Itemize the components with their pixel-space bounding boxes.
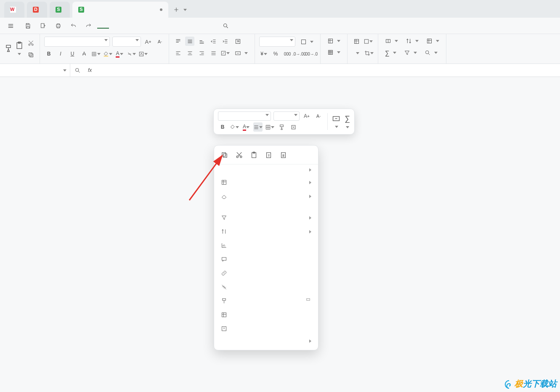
justify-icon[interactable]	[209, 48, 218, 58]
table-style-icon[interactable]	[352, 37, 361, 46]
ctx-hyperlink[interactable]	[214, 266, 318, 280]
mini-fill-icon[interactable]	[230, 122, 239, 132]
paste-button[interactable]	[15, 41, 24, 56]
menu-efficiency[interactable]	[203, 23, 215, 28]
zoom-search-icon[interactable]	[73, 66, 82, 75]
mini-font-color-icon[interactable]: A	[242, 122, 251, 132]
orientation-icon[interactable]	[220, 48, 230, 58]
mini-merge-button[interactable]	[332, 114, 340, 129]
export-icon[interactable]	[38, 21, 48, 30]
wrap-button[interactable]	[232, 37, 245, 46]
ctx-cut-icon[interactable]	[236, 151, 243, 160]
undo-icon[interactable]	[69, 21, 78, 30]
print-icon[interactable]	[53, 21, 63, 30]
indent-inc-icon[interactable]	[220, 37, 230, 46]
ctx-paste-text-icon[interactable]	[265, 151, 272, 160]
menu-view[interactable]	[168, 23, 180, 28]
font-size-select[interactable]	[112, 37, 141, 47]
ctx-cell-format[interactable]	[214, 308, 318, 322]
convert-button[interactable]	[298, 37, 316, 46]
menu-data[interactable]	[144, 23, 156, 28]
find-button[interactable]	[422, 48, 440, 57]
ctx-clear[interactable]	[214, 189, 318, 203]
fx-icon[interactable]: fx	[85, 67, 95, 73]
search-icon[interactable]	[221, 21, 230, 30]
ctx-filter[interactable]	[214, 211, 318, 225]
freeze-button[interactable]	[424, 37, 442, 45]
menu-tools[interactable]	[180, 23, 191, 28]
align-top-icon[interactable]	[173, 37, 183, 46]
ctx-table-beautify[interactable]	[214, 322, 318, 336]
fill-button[interactable]	[382, 37, 401, 45]
menu-insert[interactable]	[109, 23, 121, 28]
italic-icon[interactable]: I	[56, 49, 65, 58]
clear-format-icon[interactable]	[127, 49, 136, 58]
ctx-delete[interactable]	[214, 164, 318, 175]
ctx-copy-icon[interactable]	[221, 151, 228, 160]
align-center-icon[interactable]	[185, 48, 194, 58]
dec-inc-icon[interactable]: .0→.00	[295, 49, 304, 58]
sum-button[interactable]: ∑	[382, 48, 399, 58]
tab-template[interactable]: D	[27, 2, 47, 18]
mini-clear-icon[interactable]	[289, 122, 298, 132]
border-icon[interactable]	[91, 49, 101, 58]
decrease-font-icon[interactable]: A-	[155, 37, 165, 46]
ctx-remove-hyperlink[interactable]	[214, 280, 318, 294]
strike-icon[interactable]: A	[80, 49, 89, 58]
ctx-paste-special-icon[interactable]	[280, 151, 287, 160]
mini-dec-font-icon[interactable]: A-	[314, 111, 323, 121]
indent-dec-icon[interactable]	[209, 37, 218, 46]
sort-button[interactable]	[403, 37, 421, 45]
mini-font-size[interactable]	[273, 111, 300, 121]
ctx-insert[interactable]	[214, 175, 318, 189]
copy-icon[interactable]	[26, 50, 35, 59]
mini-format-painter-icon[interactable]	[277, 122, 286, 132]
increase-font-icon[interactable]: A+	[143, 37, 153, 46]
align-left-icon[interactable]	[173, 48, 183, 58]
align-bottom-icon[interactable]	[197, 37, 206, 46]
thousands-icon[interactable]: 000	[283, 49, 292, 58]
mini-inc-font-icon[interactable]: A+	[302, 111, 311, 121]
currency-icon[interactable]: ¥	[259, 49, 268, 58]
bold-icon[interactable]: B	[44, 49, 53, 58]
crop-icon[interactable]	[364, 48, 374, 58]
menu-formula[interactable]	[133, 23, 144, 28]
mini-bold-icon[interactable]: B	[218, 122, 227, 132]
phonetic-icon[interactable]	[138, 49, 148, 58]
menu-review[interactable]	[156, 23, 168, 28]
mini-font-name[interactable]	[218, 111, 271, 121]
ctx-paste-icon[interactable]	[250, 151, 257, 160]
align-middle-icon[interactable]	[185, 37, 194, 46]
font-name-select[interactable]	[44, 37, 110, 47]
filter-button[interactable]	[401, 48, 419, 57]
mini-sum-button[interactable]: ∑	[345, 114, 350, 129]
tab-wps-office[interactable]: W	[4, 2, 24, 18]
underline-icon[interactable]: U	[68, 49, 77, 58]
ctx-format-painter[interactable]	[214, 294, 318, 308]
fill-color-icon[interactable]	[103, 49, 112, 58]
number-format-select[interactable]	[259, 37, 295, 47]
cond-format-button[interactable]	[352, 51, 362, 56]
align-right-icon[interactable]	[197, 48, 206, 58]
ctx-insert-chart[interactable]	[214, 238, 318, 252]
mini-border-icon[interactable]	[265, 122, 274, 132]
percent-icon[interactable]: %	[271, 49, 280, 58]
mini-align-icon[interactable]	[253, 122, 263, 132]
redo-icon[interactable]	[84, 21, 93, 30]
tab-product-xlsx[interactable]: S	[72, 2, 168, 18]
worksheet-button[interactable]	[325, 48, 343, 57]
ctx-insert-comment[interactable]	[214, 252, 318, 266]
save-icon[interactable]	[23, 21, 32, 30]
file-menu[interactable]	[4, 21, 19, 31]
font-color-icon[interactable]: A	[115, 49, 124, 58]
merge-button[interactable]	[232, 49, 250, 58]
menu-page[interactable]	[121, 23, 133, 28]
cut-icon[interactable]	[26, 38, 35, 48]
name-box[interactable]	[0, 64, 70, 77]
dec-dec-icon[interactable]: .00→.0	[306, 49, 316, 58]
rows-cols-button[interactable]	[325, 37, 343, 45]
ctx-pick-list[interactable]	[214, 203, 318, 211]
menu-start[interactable]	[97, 23, 109, 29]
format-painter-button[interactable]	[4, 44, 13, 53]
tab-workbook1[interactable]: S	[50, 2, 70, 18]
